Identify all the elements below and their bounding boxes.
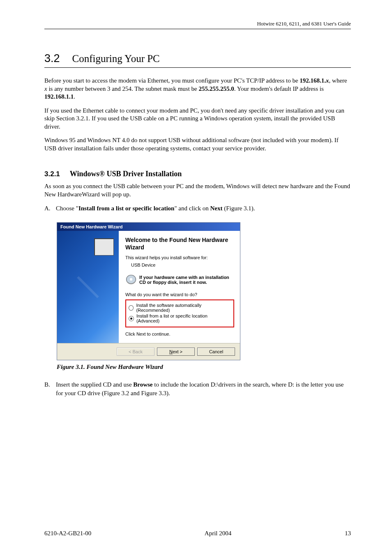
- wizard-helps-text: This wizard helps you install software f…: [125, 255, 234, 260]
- radio-unselected-icon: [129, 305, 134, 311]
- back-button: < Back: [117, 348, 154, 356]
- text-bold: Browse: [133, 381, 152, 388]
- section-heading: 3.2 Configuring Your PC: [44, 52, 351, 68]
- subsection-heading: 3.2.1 Windows® USB Driver Installation: [44, 170, 351, 178]
- wizard-option-advanced[interactable]: Install from a list or specific location…: [129, 313, 231, 323]
- step-b-text: Insert the supplied CD and use Browse to…: [56, 380, 351, 397]
- wizard-option-auto[interactable]: Install the software automatically (Reco…: [129, 303, 231, 313]
- wizard-option-auto-label: Install the software automatically (Reco…: [136, 303, 231, 313]
- hardware-wizard-dialog: Found New Hardware Wizard Welcome to the…: [57, 222, 240, 360]
- text-bold-italic: x: [326, 77, 329, 84]
- text: , where: [329, 77, 347, 84]
- wizard-device-name: USB Device: [131, 263, 234, 267]
- wizard-titlebar: Found New Hardware Wizard: [57, 223, 240, 231]
- paragraph-3: Windows 95 and Windows NT 4.0 do not sup…: [44, 136, 351, 152]
- wizard-device-icon: [94, 238, 114, 256]
- text-bold: 192.168.1.: [300, 77, 326, 84]
- radio-selected-icon: [129, 316, 134, 321]
- footer-date: April 2004: [205, 530, 231, 537]
- section-number: 3.2: [44, 52, 60, 65]
- step-a: A. Choose "Install from a list or specif…: [44, 204, 351, 212]
- text-underline: N: [169, 349, 173, 354]
- text: is any number between 3 and 254. The sub…: [47, 85, 199, 92]
- wizard-button-row: < Back Next > Cancel: [57, 343, 240, 360]
- text: Before you start to access the modem via…: [44, 77, 300, 84]
- paragraph-2: If you used the Ethernet cable to connec…: [44, 107, 351, 131]
- list-marker: A.: [44, 204, 56, 212]
- text: ext >: [173, 349, 182, 354]
- cancel-button[interactable]: Cancel: [197, 348, 235, 356]
- footer-doc-id: 6210-A2-GB21-00: [44, 530, 91, 537]
- wizard-continue-text: Click Next to continue.: [125, 332, 234, 336]
- cd-icon: [126, 275, 136, 284]
- text-bold: Install from a list or specific location: [78, 205, 175, 212]
- wizard-option-advanced-label: Install from a list or specific location…: [136, 313, 231, 323]
- text: Insert the supplied CD and use: [56, 381, 133, 388]
- list-marker: B.: [44, 380, 56, 397]
- section-title: Configuring Your PC: [72, 53, 160, 64]
- footer-page-number: 13: [345, 530, 351, 537]
- text: .: [74, 93, 75, 100]
- step-b: B. Insert the supplied CD and use Browse…: [44, 380, 351, 397]
- text-italic: x: [44, 85, 47, 92]
- paragraph-4: As soon as you connect the USB cable bet…: [44, 182, 351, 198]
- text: Choose ": [56, 205, 78, 212]
- wizard-options-highlight: Install the software automatically (Reco…: [125, 299, 234, 327]
- wizard-heading: Welcome to the Found New Hardware Wizard: [125, 237, 234, 251]
- wizard-body: Welcome to the Found New Hardware Wizard…: [57, 231, 240, 343]
- subsection-title: Windows® USB Driver Installation: [70, 170, 182, 178]
- text-bold: Next: [210, 205, 222, 212]
- text: . Your modem's default IP address is: [234, 85, 324, 92]
- subsection-number: 3.2.1: [44, 170, 60, 178]
- wizard-cd-hint: If your hardware came with an installati…: [126, 275, 234, 285]
- text-bold: 255.255.255.0: [199, 85, 234, 92]
- text-bold: 192.168.1.1: [44, 93, 74, 100]
- text: (Figure 3.1).: [222, 205, 255, 212]
- page: Hotwire 6210, 6211, and 6381 User's Guid…: [0, 0, 392, 555]
- wizard-prompt: What do you want the wizard to do?: [125, 292, 234, 297]
- wizard-sidebar-graphic: [57, 231, 119, 343]
- wizard-content: Welcome to the Found New Hardware Wizard…: [119, 231, 240, 343]
- figure-caption-3-1: Figure 3.1. Found New Hardware Wizard: [57, 364, 351, 371]
- paragraph-1: Before you start to access the modem via…: [44, 77, 351, 101]
- text: " and click on: [174, 205, 210, 212]
- page-footer: 6210-A2-GB21-00 April 2004 13: [44, 530, 351, 537]
- running-header: Hotwire 6210, 6211, and 6381 User's Guid…: [44, 21, 351, 29]
- figure-3-1: Found New Hardware Wizard Welcome to the…: [57, 222, 351, 360]
- wizard-hint-text: If your hardware came with an installati…: [139, 275, 234, 285]
- next-button[interactable]: Next >: [157, 348, 195, 356]
- wizard-sidebar-accent: [77, 276, 99, 298]
- step-a-text: Choose "Install from a list or specific …: [56, 204, 255, 212]
